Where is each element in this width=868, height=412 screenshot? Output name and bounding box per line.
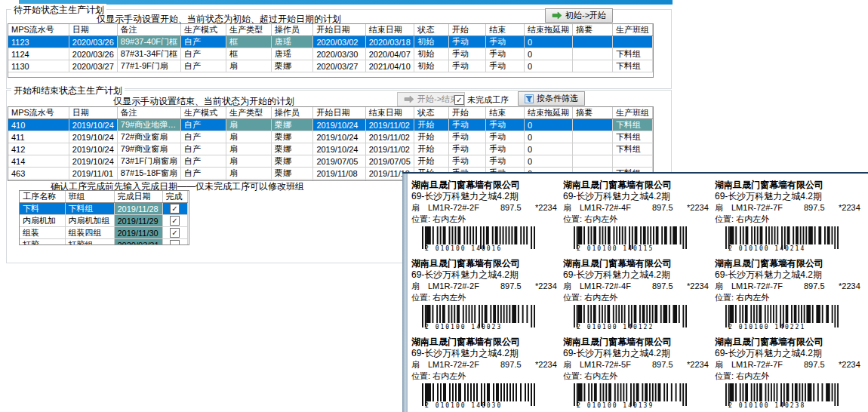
table-row[interactable]: 4102019/10/2479#商业地弹…自产扇栗娜2019/10/242019… xyxy=(8,119,653,131)
cell[interactable]: 下料 xyxy=(20,203,65,215)
cell[interactable] xyxy=(572,143,612,155)
cell[interactable] xyxy=(612,155,652,168)
cell[interactable]: 开始 xyxy=(414,155,448,168)
cell[interactable]: 栗娜 xyxy=(271,155,313,168)
unfinished-process-checkbox[interactable]: 未完成工序 xyxy=(454,94,509,106)
cell[interactable]: 463 xyxy=(8,168,69,180)
cell[interactable]: 77#1-9F门扇 xyxy=(117,60,180,72)
cell[interactable]: 下料组 xyxy=(612,143,652,155)
table-row[interactable]: 4122019/10/2479#商业窗扇自产扇栗娜2019/10/242019/… xyxy=(8,143,653,155)
cell[interactable] xyxy=(572,60,612,72)
cell[interactable] xyxy=(162,215,187,227)
cell[interactable]: 扇 xyxy=(226,155,271,168)
cell[interactable]: 2019/11/02 xyxy=(365,119,414,131)
cell[interactable]: 2019/11/02 xyxy=(365,131,414,143)
cell[interactable]: 初始 xyxy=(414,48,448,60)
cell[interactable]: 79#商业地弹… xyxy=(117,119,180,131)
row-done-checkbox[interactable] xyxy=(170,216,180,226)
initial-to-start-button[interactable]: 初始->开始 xyxy=(545,8,613,23)
cell[interactable] xyxy=(162,203,187,215)
cell[interactable]: 扇 xyxy=(226,119,271,131)
cell[interactable]: 手动 xyxy=(486,48,525,60)
cell[interactable]: 下料组 xyxy=(612,119,652,131)
cell[interactable]: 2019/10/24 xyxy=(69,155,117,168)
cell[interactable]: 1124 xyxy=(8,48,69,60)
cell[interactable]: 79#商业窗扇 xyxy=(117,143,180,155)
cell[interactable] xyxy=(572,48,612,60)
cell[interactable]: 栗娜 xyxy=(271,143,313,155)
cell[interactable]: 2020/03/31 xyxy=(114,239,162,246)
cell[interactable]: 2019/07/05 xyxy=(365,155,414,168)
cell[interactable]: 下料组 xyxy=(612,131,652,143)
cell[interactable] xyxy=(612,36,652,48)
table-row[interactable]: 11302020/03/2777#1-9F门扇自产扇栗娜2020/03/2720… xyxy=(8,60,653,72)
table-row[interactable]: 下料下料组2019/11/28 xyxy=(20,203,187,215)
cell[interactable]: 框 xyxy=(226,48,271,60)
cell[interactable]: 2019/11/28 xyxy=(114,203,162,215)
cell[interactable]: 2020/03/26 xyxy=(69,36,117,48)
cell[interactable]: 87#15-18F窗扇 xyxy=(117,168,180,180)
checkbox-icon[interactable] xyxy=(454,95,464,105)
cell[interactable]: 2020/03/27 xyxy=(313,60,365,72)
cell[interactable]: 自产 xyxy=(181,36,226,48)
cell[interactable]: 唐瑶 xyxy=(271,48,313,60)
cell[interactable]: 手动 xyxy=(486,143,525,155)
cell[interactable]: 72#商业窗扇 xyxy=(117,131,180,143)
row-done-checkbox[interactable] xyxy=(170,240,180,245)
cell[interactable]: 组装 xyxy=(20,227,65,239)
cell[interactable]: 2019/10/24 xyxy=(69,131,117,143)
cell[interactable]: 打胶组 xyxy=(65,239,114,246)
cell[interactable]: 唐瑶 xyxy=(271,36,313,48)
cell[interactable]: 框 xyxy=(226,36,271,48)
table-row[interactable]: 4142019/10/2473#1F门扇窗扇自产扇栗娜2019/07/05201… xyxy=(8,155,653,168)
cell[interactable]: 自产 xyxy=(181,143,226,155)
table-row[interactable]: 11242020/03/2687#31-34F门框自产框唐瑶2020/03/30… xyxy=(8,48,653,60)
cell[interactable]: 手动 xyxy=(448,143,485,155)
cell[interactable]: 2019/10/24 xyxy=(313,143,365,155)
cell[interactable]: 自产 xyxy=(181,131,226,143)
table-row[interactable]: 内扇机加内扇机加组2019/11/29 xyxy=(20,215,187,227)
cell[interactable]: 自产 xyxy=(181,119,226,131)
cell[interactable]: 栗娜 xyxy=(271,60,313,72)
cell[interactable]: 0 xyxy=(524,36,572,48)
cell[interactable]: 2019/11/01 xyxy=(69,168,117,180)
cell[interactable]: 1123 xyxy=(8,36,69,48)
cell[interactable]: 2020/03/30 xyxy=(313,48,365,60)
cell[interactable]: 自产 xyxy=(181,60,226,72)
cell[interactable]: 2020/03/18 xyxy=(365,36,414,48)
cell[interactable]: 栗娜 xyxy=(271,119,313,131)
cell[interactable] xyxy=(572,119,612,131)
cell[interactable]: 2019/11/02 xyxy=(365,143,414,155)
cell[interactable]: 手动 xyxy=(448,36,485,48)
cell[interactable]: 下料组 xyxy=(612,60,652,72)
cell[interactable]: 栗娜 xyxy=(271,168,313,180)
cell[interactable]: 扇 xyxy=(226,143,271,155)
cell[interactable]: 2019/10/24 xyxy=(313,131,365,143)
cell[interactable]: 手动 xyxy=(486,119,525,131)
cell[interactable]: 手动 xyxy=(448,131,485,143)
cell[interactable]: 开始 xyxy=(414,131,448,143)
cell[interactable]: 组装四组 xyxy=(65,227,114,239)
cell[interactable]: 初始 xyxy=(414,36,448,48)
cell[interactable]: 2019/11/08 xyxy=(313,168,365,180)
cell[interactable]: 89#37-40F门框 xyxy=(117,36,180,48)
cell[interactable]: 内扇机加 xyxy=(20,215,65,227)
cell[interactable]: 下料组 xyxy=(65,203,114,215)
cell[interactable]: 扇 xyxy=(226,168,271,180)
cell[interactable]: 手动 xyxy=(448,60,485,72)
cell[interactable]: 0 xyxy=(524,155,572,168)
row-done-checkbox[interactable] xyxy=(170,204,180,214)
cell[interactable]: 0 xyxy=(524,143,572,155)
cell[interactable]: 自产 xyxy=(181,48,226,60)
filter-by-condition-button[interactable]: 按条件筛选 xyxy=(518,91,585,106)
cell[interactable]: 扇 xyxy=(226,60,271,72)
table-row[interactable]: 打胶打胶组2020/03/31 xyxy=(20,239,187,246)
cell[interactable]: 下料组 xyxy=(612,48,652,60)
cell[interactable]: 手动 xyxy=(448,48,485,60)
cell[interactable]: 2019/11/30 xyxy=(114,227,162,239)
cell[interactable] xyxy=(162,239,187,246)
cell[interactable]: 手动 xyxy=(486,36,525,48)
cell[interactable]: 410 xyxy=(8,119,69,131)
cell[interactable]: 扇 xyxy=(226,131,271,143)
cell[interactable]: 73#1F门扇窗扇 xyxy=(117,155,180,168)
